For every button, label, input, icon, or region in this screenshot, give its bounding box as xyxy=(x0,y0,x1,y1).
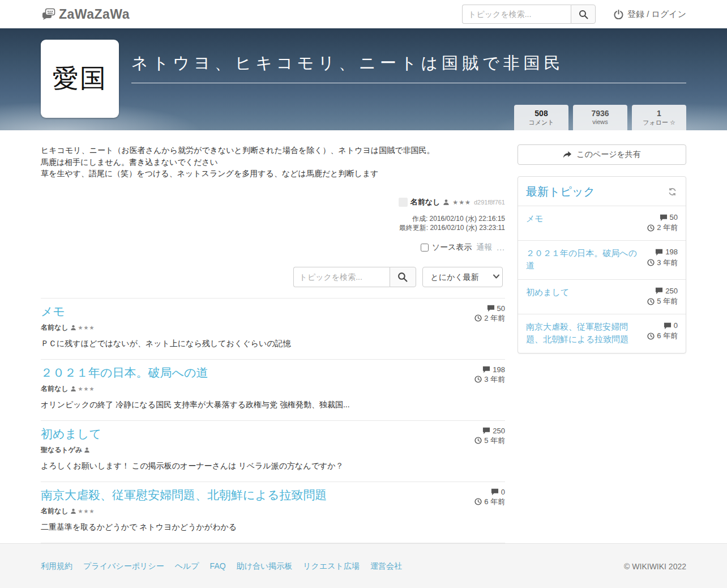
report-link[interactable]: 通報 xyxy=(476,242,492,253)
footer-link-support-board[interactable]: 助け合い掲示板 xyxy=(237,561,293,572)
latest-topic-row: メモ 50 2 年前 xyxy=(518,206,686,241)
comment-icon xyxy=(664,322,672,330)
site-logo[interactable]: ZaWaZaWa xyxy=(41,7,130,22)
latest-comment-count: 50 xyxy=(670,212,678,223)
page-body: ヒキコモリ、ニート（お医者さんから就労ができないと判断された場合を除く）、ネトウ… xyxy=(0,130,727,543)
footer-link-company[interactable]: 運営会社 xyxy=(370,561,402,572)
latest-topic-link[interactable]: 初めまして xyxy=(526,286,643,306)
top-navigation-bar: ZaWaZaWa 登録 / ログイン xyxy=(0,0,727,28)
comment-icon xyxy=(655,287,663,295)
sidebar: このページを共有 最新トピック メモ 50 xyxy=(518,144,686,353)
topic-search-input[interactable] xyxy=(293,267,390,287)
latest-topics-box: 最新トピック メモ 50 xyxy=(518,176,686,353)
main-column: ヒキコモリ、ニート（お医者さんから就労ができないと判断された場合を除く）、ネトウ… xyxy=(41,144,505,543)
comment-icon xyxy=(655,249,663,256)
description-line-2: 馬鹿は相手にしません。書き込まないでください xyxy=(41,156,505,168)
stat-views[interactable]: 7936 views xyxy=(573,105,627,130)
latest-topic-link[interactable]: メモ xyxy=(526,212,643,233)
copyright: © WIKIWIKI 2022 xyxy=(624,562,686,571)
latest-comment-count: 198 xyxy=(665,247,678,257)
footer-link-privacy[interactable]: プライバシーポリシー xyxy=(83,561,164,572)
topic-title-link[interactable]: メモ xyxy=(41,304,65,319)
topic-author-name: 名前なし xyxy=(41,384,69,394)
register-login-link[interactable]: 登録 / ログイン xyxy=(614,9,686,20)
latest-topic-row: ２０２１年の日本。破局への道 198 3 年前 xyxy=(518,241,686,280)
description-line-3: 草を生やす、語尾に（笑）をつける、ネットスラングを多用する、などは馬鹿だと判断し… xyxy=(41,168,505,180)
stat-comments[interactable]: 508 コメント xyxy=(514,105,568,130)
topic-author-stars: ★★★ xyxy=(78,386,95,392)
topic-comment-count: 50 xyxy=(497,304,505,314)
share-page-button[interactable]: このページを共有 xyxy=(518,144,686,165)
stat-views-value: 7936 xyxy=(575,109,625,118)
site-logo-text: ZaWaZaWa xyxy=(59,7,130,22)
board-header: 愛国 ネトウヨ、ヒキコモリ、ニートは国賊で非国民 508 コメント 7936 v… xyxy=(0,28,727,130)
stat-follow-value: 1 xyxy=(634,109,684,118)
topbar-search-input[interactable] xyxy=(462,5,571,24)
clock-icon xyxy=(474,437,482,444)
topbar-search-button[interactable] xyxy=(571,5,596,24)
board-badge-text: 愛国 xyxy=(53,61,107,96)
footer-link-faq[interactable]: FAQ xyxy=(210,561,226,572)
person-icon xyxy=(70,386,76,392)
clock-icon xyxy=(647,333,655,340)
more-actions-link[interactable]: ... xyxy=(497,243,505,252)
board-badge[interactable]: 愛国 xyxy=(41,40,119,118)
created-date: 作成: 2016/02/10 (水) 22:16:15 xyxy=(41,214,505,223)
topic-age: 3 年前 xyxy=(484,374,505,385)
topic-title-link[interactable]: 初めまして xyxy=(41,426,101,442)
board-title: ネトウヨ、ヒキコモリ、ニートは国賊で非国民 xyxy=(131,52,686,75)
topic-age: 6 年前 xyxy=(484,497,505,507)
board-stats: 508 コメント 7936 views 1 フォロー ☆ xyxy=(514,105,686,130)
sort-select[interactable]: とにかく最新 xyxy=(422,267,503,287)
source-view-label: ソース表示 xyxy=(432,242,472,253)
power-icon xyxy=(614,10,623,19)
topbar-search xyxy=(462,5,596,24)
latest-topic-link[interactable]: 南京大虐殺、従軍慰安婦問題、北朝鮮による拉致問題 xyxy=(526,321,643,346)
comment-icon xyxy=(482,366,490,373)
latest-comment-count: 250 xyxy=(665,286,678,296)
share-page-label: このページを共有 xyxy=(576,150,641,160)
owner-name: 名前なし xyxy=(410,197,441,207)
topic-author-name: 名前なし xyxy=(41,323,69,333)
topic-excerpt: よろしくお願いします！ この掲示板のオーナーさんは リベラル派の方なんですか？ xyxy=(41,461,505,471)
updated-date: 最終更新: 2016/02/10 (水) 23:23:11 xyxy=(41,223,505,232)
source-view-checkbox[interactable] xyxy=(421,244,429,252)
topic-age: 2 年前 xyxy=(484,313,505,323)
clock-icon xyxy=(474,314,482,322)
topic-author-stars: ★★★ xyxy=(78,325,95,331)
topic-title-link[interactable]: ２０２１年の日本。破局への道 xyxy=(41,365,208,381)
topic-title-link[interactable]: 南京大虐殺、従軍慰安婦問題、北朝鮮による拉致問題 xyxy=(41,487,327,503)
latest-topic-link[interactable]: ２０２１年の日本。破局への道 xyxy=(526,247,643,272)
footer-link-terms[interactable]: 利用規約 xyxy=(41,561,72,572)
owner-hash: d291f8f761 xyxy=(474,199,505,206)
search-icon xyxy=(579,10,588,19)
share-icon xyxy=(563,151,572,159)
owner-stars: ★★★ xyxy=(452,199,471,206)
clock-icon xyxy=(647,224,655,232)
topic-comment-count: 250 xyxy=(493,426,505,436)
description-line-1: ヒキコモリ、ニート（お医者さんから就労ができないと判断された場合を除く）、ネトウ… xyxy=(41,144,505,156)
refresh-icon xyxy=(668,188,677,196)
refresh-button[interactable] xyxy=(667,186,678,197)
latest-topic-row: 南京大虐殺、従軍慰安婦問題、北朝鮮による拉致問題 0 6 年前 xyxy=(518,314,686,353)
latest-topic-row: 初めまして 250 5 年前 xyxy=(518,280,686,314)
stat-follow[interactable]: 1 フォロー ☆ xyxy=(632,105,686,130)
topic-row: 南京大虐殺、従軍慰安婦問題、北朝鮮による拉致問題 0 6 年前 名前なし xyxy=(41,482,505,543)
register-login-label: 登録 / ログイン xyxy=(627,9,686,20)
footer-link-request-plaza[interactable]: リクエスト広場 xyxy=(303,561,360,572)
topic-author-stars: ★★★ xyxy=(78,508,95,514)
latest-age: 6 年前 xyxy=(657,331,678,341)
footer-link-help[interactable]: ヘルプ xyxy=(175,561,199,572)
footer-links: 利用規約 プライバシーポリシー ヘルプ FAQ 助け合い掲示板 リクエスト広場 … xyxy=(41,561,402,572)
topic-author-name: 聖なるトゲみ xyxy=(41,445,82,455)
stat-follow-label: フォロー ☆ xyxy=(634,118,684,127)
latest-age: 3 年前 xyxy=(657,258,678,268)
chat-bubble-logo-icon xyxy=(41,7,57,21)
clock-icon xyxy=(647,298,655,305)
stat-comments-label: コメント xyxy=(516,118,566,127)
latest-comment-count: 0 xyxy=(674,321,678,331)
source-view-toggle[interactable]: ソース表示 xyxy=(421,242,472,253)
topic-search-button[interactable] xyxy=(390,267,416,287)
latest-age: 2 年前 xyxy=(657,223,678,233)
person-icon xyxy=(70,508,76,514)
